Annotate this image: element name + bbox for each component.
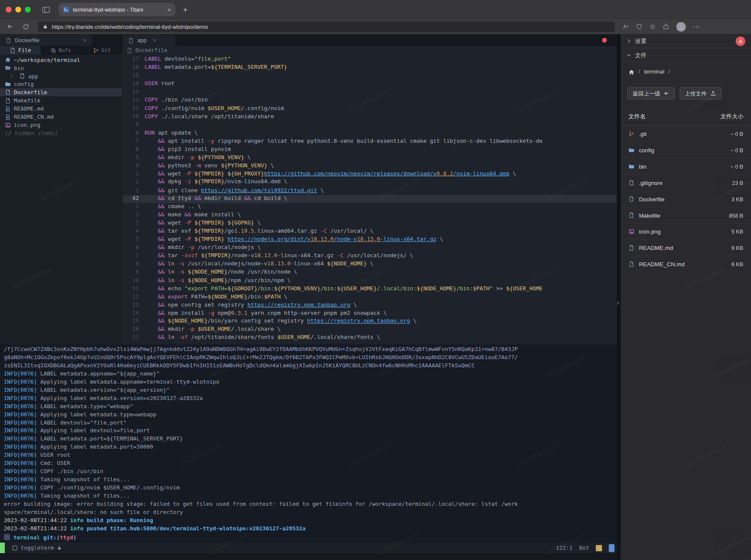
editor-line[interactable]: 4 && tar xvf ${TMPDIR}/go1.19.5.linux-am… [123, 228, 617, 236]
editor-line[interactable]: 16LABEL metadata.port=${TERMINAL_SERVER_… [123, 64, 617, 72]
editor-line[interactable]: 15 [123, 72, 617, 80]
editor-line[interactable]: 42 && cd ttyd && mkdir build && cd build… [123, 195, 617, 203]
explorer-root[interactable]: ~/workspace/terminal [0, 55, 122, 64]
panel-divider[interactable]: › [617, 34, 621, 560]
editor-line[interactable]: 10 && ln -s ${NODE_HOME}/npm /usr/bin/np… [123, 277, 617, 285]
favorites-star-icon[interactable] [649, 24, 656, 30]
home-icon[interactable] [628, 69, 634, 75]
user-avatar[interactable]: a [736, 37, 745, 46]
editor-line[interactable]: 6 && pip3 install pynvim [123, 146, 617, 154]
tab-close-icon[interactable]: × [83, 37, 87, 44]
text-segment: /bin: [320, 285, 337, 292]
lock-icon [43, 24, 48, 29]
tree-item[interactable]: Makefile [0, 96, 122, 105]
editor-close-dot[interactable] [602, 38, 607, 43]
browser-tab[interactable]: terminal-ttyd-wlotnipo - Titani × [58, 3, 175, 16]
editor-line[interactable]: 13 && npm config set registry https://re… [123, 301, 617, 309]
minimize-window-button[interactable] [15, 7, 21, 12]
back-button[interactable] [7, 23, 14, 30]
text-segment: 1.19.5 [234, 228, 254, 234]
sidebar-toggle-icon[interactable] [42, 6, 50, 12]
table-row[interactable]: README_CN.md6 KB [621, 256, 751, 273]
more-menu-icon[interactable] [693, 23, 700, 30]
explorer-tab-bufs[interactable]: Bufs [41, 46, 82, 55]
files-section-header[interactable]: 文件 [621, 48, 751, 62]
editor-line[interactable]: 5 && wget -P ${TMPDIR} https://nodejs.or… [123, 236, 617, 244]
editor-line[interactable]: 2 && dpkg -i ${TMPDIR}/nvim-linux64.deb … [123, 178, 617, 187]
table-row[interactable]: config~ 0 B [621, 142, 751, 159]
tree-item[interactable]: README.md [0, 105, 122, 113]
editor-line[interactable]: 8RUN apt update \ [123, 129, 617, 137]
code-editor[interactable]: 17LABEL devtools="file,port"16LABEL meta… [122, 55, 617, 345]
editor-line[interactable]: 8 && ln -s /usr/local/nodejs/node-v18.13… [123, 260, 617, 268]
terminal-output[interactable]: /fj7CcwoCW7ZXBc3snKxZNYHpbh7uhwOvx2lsi4W… [0, 345, 617, 543]
editor-line[interactable]: 4 && python3 -m venv ${PYTHON_VENV} \ [123, 162, 617, 170]
line-number: 1 [123, 203, 145, 211]
editor-line[interactable]: 12 && export PATH=${NODE_HOME}/bin:$PATH… [123, 293, 617, 301]
tree-item[interactable]: Dockerfile [0, 88, 122, 96]
address-bar[interactable]: https://try.titanide.cn/ide/web/coding/t… [38, 22, 615, 32]
editor-line[interactable]: 11 && echo "export PATH=${GOROOT}/bin:${… [123, 285, 617, 293]
editor-line[interactable]: 2 && make && make install \ [123, 211, 617, 219]
refresh-button[interactable] [22, 23, 29, 30]
tab-close-icon[interactable]: × [167, 6, 171, 12]
new-tab-button[interactable]: + [183, 6, 188, 14]
table-row[interactable]: icon.png5 KB [621, 224, 751, 240]
editor-line[interactable]: 9 [123, 121, 617, 129]
editor-line[interactable]: 10COPY ./.local/share /opt/titanide/shar… [123, 113, 617, 121]
tab-app[interactable]: app × [123, 34, 175, 46]
tree-item[interactable]: └ app [0, 72, 122, 80]
explorer-tab-file[interactable]: File [0, 46, 41, 55]
table-row[interactable]: bin~ 0 B [621, 159, 751, 175]
text-segment: \ [410, 317, 416, 324]
editor-line[interactable]: 14 && npm install -g npm@9.3.1 yarn cnpm… [123, 309, 617, 317]
tab-close-icon[interactable]: × [153, 37, 156, 44]
table-row[interactable]: .gitignore23 B [621, 175, 751, 191]
collections-icon[interactable] [663, 24, 669, 30]
table-row[interactable]: README.md9 KB [621, 240, 751, 256]
tree-item[interactable]: icon.png [0, 121, 122, 129]
editor-line[interactable]: 6 && mkdir -p /usr/local/nodejs \ [123, 244, 617, 252]
editor-line[interactable]: 3 && wget -P ${TMPDIR} ${GOPKG} \ [123, 219, 617, 228]
editor-line[interactable]: 9 && ln -s ${NODE_HOME}/node /usr/bin/no… [123, 268, 617, 277]
read-aloud-icon[interactable] [623, 24, 629, 30]
tree-item[interactable]: README_CN.md [0, 113, 122, 121]
browser-profile-avatar[interactable] [676, 22, 686, 31]
text-segment: https://github.com/tsl0922/ttyd.git [201, 187, 317, 194]
text-segment [145, 219, 158, 226]
maximize-window-button[interactable] [25, 7, 31, 12]
editor-line[interactable]: 15 && ${NODE_HOME}/bin/yarn config set r… [123, 317, 617, 326]
editor-line[interactable]: 11COPY ./config/nvim $USER_HOME/.config/… [123, 105, 617, 113]
editor-line[interactable]: 1 && git clone https://github.com/tsl092… [123, 187, 617, 195]
editor-line[interactable]: 3 && wget -P ${TMPDIR} ${GH_PROXY}https:… [123, 170, 617, 178]
editor-line[interactable]: 17LABEL devtools="file,port" [123, 55, 617, 64]
terminal-prompt[interactable]: terminal git:(ttyd) [4, 533, 617, 541]
table-row[interactable]: Dockerfile3 KB [621, 191, 751, 207]
file-explorer[interactable]: ~/workspace/terminal bin└ appconfigDocke… [0, 55, 122, 345]
tree-item[interactable]: config [0, 80, 122, 88]
breadcrumb-folder[interactable]: terminal [644, 68, 665, 75]
table-row[interactable]: .git~ 0 B [621, 126, 751, 142]
editor-line[interactable]: 16 && mkdir -p $USER_HOME/.local/share \ [123, 326, 617, 334]
editor-line[interactable]: 14USER root [123, 80, 617, 88]
editor-line[interactable]: 1 && cmake .. \ [123, 203, 617, 211]
upload-file-button[interactable]: 上传文件 [679, 87, 721, 100]
editor-line[interactable]: 5 && mkdir -p ${PYTHON_VENV} \ [123, 154, 617, 162]
shield-icon[interactable] [636, 24, 642, 30]
tree-item[interactable]: (2 hidden items) [0, 129, 122, 137]
text-segment: && [158, 334, 164, 341]
editor-line[interactable]: 17 && ln -sf /opt/titanide/share/fonts $… [123, 334, 617, 342]
tree-item[interactable]: bin [0, 64, 122, 72]
close-window-button[interactable] [6, 7, 11, 12]
table-row[interactable]: Makefile858 B [621, 207, 751, 224]
settings-section-header[interactable]: 设置 a [621, 34, 751, 48]
tab-dockerfile[interactable]: Dockerfile × [0, 34, 92, 46]
editor-line[interactable]: 7 && apt install -y ripgrep ranger lolca… [123, 138, 617, 146]
explorer-tab-git[interactable]: Git [81, 46, 122, 55]
panel-toggle-handle[interactable]: › [617, 299, 619, 306]
line-text: && pip3 install pynvim [145, 146, 617, 154]
editor-line[interactable]: 12COPY ./bin /usr/bin [123, 96, 617, 105]
editor-line[interactable]: 7 && tar -xvzf ${TMPDIR}/node-v18.13.0-l… [123, 252, 617, 260]
go-up-button[interactable]: 返回上一级 [628, 87, 675, 100]
editor-line[interactable]: 13 [123, 88, 617, 96]
